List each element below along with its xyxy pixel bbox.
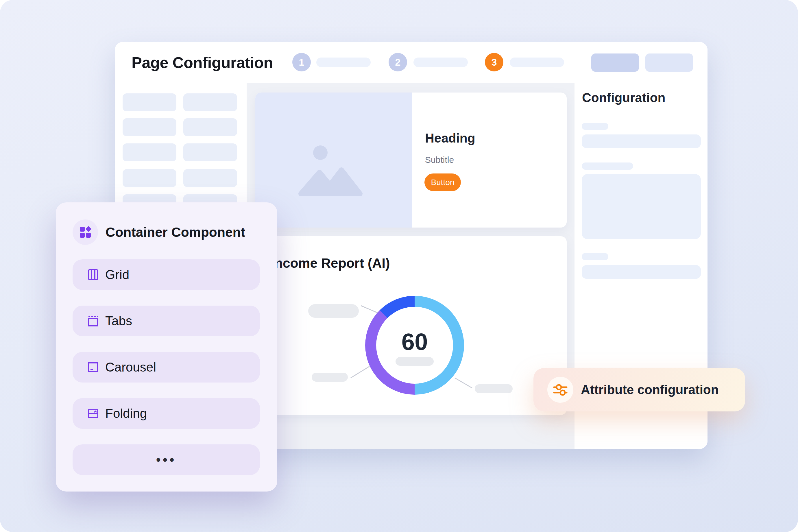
attribute-configuration-badge[interactable]: Attribute configuration bbox=[533, 368, 745, 412]
step-1-label-placeholder bbox=[316, 58, 370, 67]
step-1-badge[interactable]: 1 bbox=[292, 53, 311, 71]
component-item-label: Folding bbox=[105, 406, 147, 421]
hero-button[interactable]: Button bbox=[424, 173, 461, 191]
container-component-title: Container Component bbox=[106, 224, 245, 240]
step-2-badge[interactable]: 2 bbox=[388, 53, 407, 71]
editor-canvas: Heading Subtitle Button Income Report (A… bbox=[247, 83, 574, 449]
sliders-icon bbox=[552, 382, 568, 398]
sidebar-item-placeholder[interactable] bbox=[122, 169, 176, 187]
sidebar-item-placeholder[interactable] bbox=[183, 169, 237, 187]
sliders-icon-circle bbox=[547, 377, 573, 403]
window-title: Page Configuration bbox=[132, 54, 273, 71]
widgets-icon-badge bbox=[73, 220, 98, 245]
topbar-secondary-button-placeholder[interactable] bbox=[645, 54, 693, 72]
configuration-title: Configuration bbox=[582, 91, 665, 105]
screenshot-stage: Page Configuration 1 2 3 bbox=[0, 0, 798, 532]
income-report-card: Income Report (AI) 60 bbox=[255, 236, 567, 415]
step-3-label-placeholder bbox=[510, 58, 564, 67]
sidebar-item-placeholder[interactable] bbox=[122, 144, 176, 162]
component-item-label: Carousel bbox=[105, 360, 156, 375]
attribute-configuration-label: Attribute configuration bbox=[581, 382, 719, 397]
donut-label-placeholder bbox=[396, 357, 434, 366]
chart-label-placeholder bbox=[475, 384, 513, 393]
sidebar-item-placeholder[interactable] bbox=[183, 93, 237, 111]
donut-center: 60 bbox=[396, 330, 434, 366]
chart-label-placeholder bbox=[308, 304, 359, 318]
window-topbar: Page Configuration 1 2 3 bbox=[115, 42, 707, 83]
donut-value: 60 bbox=[401, 330, 428, 354]
carousel-icon bbox=[87, 361, 99, 373]
container-component-panel: Container Component Grid Tabs Carousel bbox=[56, 203, 277, 492]
component-item-folding[interactable]: Folding bbox=[73, 398, 260, 429]
field-label-placeholder bbox=[582, 253, 608, 260]
topbar-primary-button-placeholder[interactable] bbox=[591, 54, 639, 72]
image-placeholder bbox=[255, 93, 412, 228]
component-item-label: Grid bbox=[105, 267, 129, 282]
container-component-header: Container Component bbox=[73, 220, 245, 245]
folding-icon bbox=[87, 408, 99, 419]
sidebar-item-placeholder[interactable] bbox=[122, 118, 176, 136]
tabs-icon bbox=[87, 315, 99, 327]
component-more-item[interactable]: ••• bbox=[73, 444, 260, 475]
grid-icon bbox=[87, 269, 99, 281]
field-label-placeholder bbox=[582, 123, 608, 130]
hero-heading: Heading bbox=[425, 131, 475, 146]
input-placeholder[interactable] bbox=[582, 265, 701, 279]
step-2-label-placeholder bbox=[414, 58, 468, 67]
step-3-badge[interactable]: 3 bbox=[485, 53, 504, 71]
income-report-title: Income Report (AI) bbox=[271, 255, 390, 271]
donut-ring: 60 bbox=[365, 296, 464, 395]
chart-label-placeholder bbox=[312, 373, 348, 382]
sidebar-item-placeholder[interactable] bbox=[183, 118, 237, 136]
component-item-label: Tabs bbox=[105, 314, 132, 328]
component-item-grid[interactable]: Grid bbox=[73, 259, 260, 290]
field-label-placeholder bbox=[582, 163, 633, 170]
input-placeholder[interactable] bbox=[582, 134, 701, 148]
sidebar-item-placeholder[interactable] bbox=[183, 144, 237, 162]
sidebar-item-placeholder[interactable] bbox=[122, 93, 176, 111]
more-dots: ••• bbox=[156, 453, 176, 467]
component-item-tabs[interactable]: Tabs bbox=[73, 306, 260, 336]
widgets-icon bbox=[79, 226, 92, 239]
hero-subtitle: Subtitle bbox=[425, 155, 454, 165]
textarea-placeholder[interactable] bbox=[582, 174, 701, 239]
image-placeholder-icon bbox=[293, 139, 380, 203]
hero-block-card: Heading Subtitle Button bbox=[255, 93, 567, 228]
component-item-carousel[interactable]: Carousel bbox=[73, 352, 260, 382]
